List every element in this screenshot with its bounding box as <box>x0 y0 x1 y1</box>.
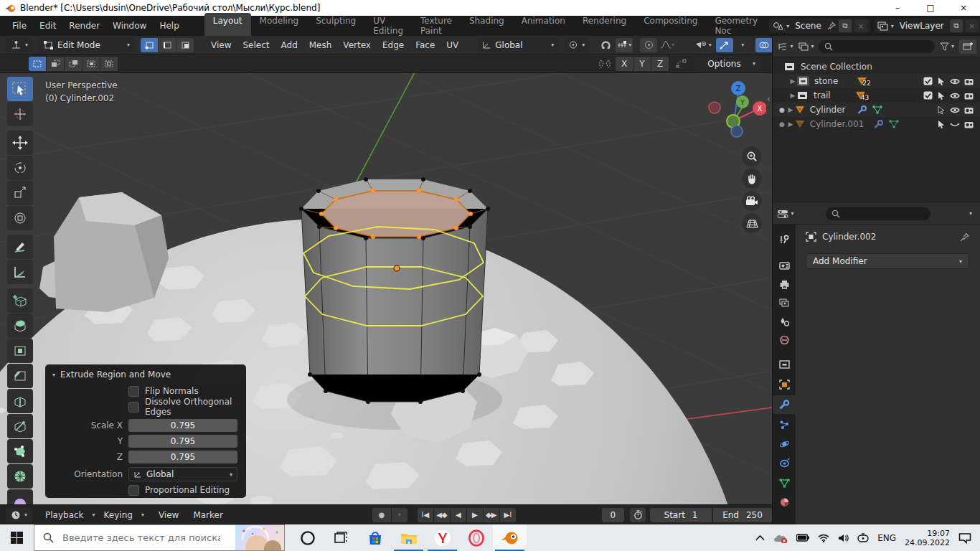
vertex-select-button[interactable] <box>141 38 158 52</box>
proportional-editing-button[interactable] <box>640 38 657 52</box>
tab-particles[interactable] <box>773 415 796 434</box>
tab-object-data[interactable] <box>773 474 796 492</box>
scene-name[interactable]: Scene <box>792 21 824 31</box>
frame-start-field[interactable]: Start1 <box>650 508 712 522</box>
face-select-button[interactable] <box>176 38 194 52</box>
checkbox-icon[interactable] <box>923 77 933 85</box>
expand-icon[interactable]: ▶ <box>786 121 795 128</box>
object-name[interactable]: Cylinder <box>810 105 846 115</box>
use-preview-range-button[interactable] <box>630 508 646 522</box>
tab-scene[interactable] <box>773 312 796 331</box>
tab-sculpting[interactable]: Sculpting <box>307 13 364 39</box>
tool-add-cube[interactable] <box>7 288 33 313</box>
wifi-icon[interactable] <box>818 534 829 542</box>
cortana-button[interactable] <box>291 524 324 551</box>
action-center-icon[interactable] <box>958 532 971 544</box>
timeline-editor-type[interactable]: ▾ <box>6 508 32 522</box>
select-invert-mode[interactable] <box>83 57 100 71</box>
mirror-z-button[interactable]: Z <box>651 57 669 71</box>
collection-name[interactable]: stone <box>814 76 838 86</box>
camera-view-button[interactable] <box>742 191 762 211</box>
outliner-row-cylinder-001[interactable]: ● ▶ Cylinder.001 <box>773 117 980 131</box>
properties-search-input[interactable] <box>826 207 930 220</box>
tool-bevel[interactable] <box>7 364 33 388</box>
tool-poly-build[interactable] <box>7 439 33 463</box>
gizmos-toggle[interactable] <box>716 38 733 52</box>
orthographic-toggle-button[interactable] <box>742 213 762 233</box>
tool-cursor[interactable] <box>7 102 33 126</box>
camera-render-icon[interactable] <box>964 121 974 128</box>
outliner-row-trail[interactable]: ▶ trail 43 <box>773 88 980 103</box>
current-frame-field[interactable]: 0 <box>602 508 624 522</box>
menu-view-timeline[interactable]: View <box>153 510 184 520</box>
menu-face[interactable]: Face <box>410 40 440 50</box>
eye-icon[interactable] <box>950 77 960 85</box>
scale-x-field[interactable]: 0.795 <box>128 419 237 432</box>
options-dropdown[interactable]: Options ▾ <box>694 57 760 71</box>
outliner-filter-button[interactable]: ▾ <box>938 39 956 54</box>
tab-uv-editing[interactable]: UV Editing <box>364 13 412 39</box>
tool-move[interactable] <box>7 131 33 155</box>
play-button[interactable]: ▶ <box>467 508 483 522</box>
search-highlights-image[interactable] <box>235 525 284 551</box>
speaker-icon[interactable] <box>838 534 849 542</box>
menu-edge[interactable]: Edge <box>377 40 410 50</box>
snap-settings-button[interactable]: ▾ <box>616 38 633 52</box>
checkbox-icon[interactable] <box>923 91 933 100</box>
taskbar-search-input[interactable] <box>61 532 222 544</box>
pivot-point-selector[interactable]: ▾ <box>563 38 590 52</box>
mirror-y-button[interactable]: Y <box>633 57 651 71</box>
tab-modifiers[interactable] <box>773 395 796 414</box>
scene-collection-label[interactable]: Scene Collection <box>801 62 872 72</box>
yandex-browser-button[interactable] <box>425 524 459 551</box>
select-subtract-mode[interactable] <box>65 57 82 71</box>
outliner-row-stone[interactable]: ▶ stone 22 <box>773 74 980 88</box>
overlays-toggle[interactable] <box>755 38 773 52</box>
tool-extrude-region[interactable] <box>7 314 33 338</box>
object-name[interactable]: Cylinder.001 <box>810 119 864 129</box>
outliner-search-input[interactable] <box>819 40 935 53</box>
operator-panel-header[interactable]: ▾ Extrude Region and Move <box>45 364 246 382</box>
menu-edit[interactable]: Edit <box>33 21 62 31</box>
play-reverse-button[interactable]: ◀ <box>451 508 466 522</box>
select-set-mode[interactable] <box>29 57 46 71</box>
outliner-filter-mode[interactable]: ▾ <box>798 39 815 54</box>
tray-expand-icon[interactable] <box>755 534 765 541</box>
proportional-editing-checkbox[interactable] <box>128 485 139 496</box>
new-scene-button[interactable]: ⧉ <box>839 19 852 32</box>
pin-icon[interactable] <box>827 22 836 30</box>
menu-window[interactable]: Window <box>106 21 153 31</box>
close-button[interactable]: × <box>947 0 980 16</box>
tab-material[interactable] <box>773 493 796 512</box>
start-button[interactable] <box>0 524 34 551</box>
menu-vertex[interactable]: Vertex <box>337 40 377 50</box>
tab-collection-props[interactable] <box>773 355 796 374</box>
tool-transform[interactable] <box>7 206 33 230</box>
properties-options-dropdown[interactable]: ▾ <box>969 210 972 217</box>
tab-output[interactable] <box>773 275 796 293</box>
expand-icon[interactable]: ▶ <box>786 106 795 113</box>
battery-icon[interactable] <box>796 534 809 542</box>
tool-loop-cut[interactable] <box>7 389 33 413</box>
selectable-icon[interactable] <box>937 120 946 128</box>
add-modifier-dropdown[interactable]: Add Modifier ▾ <box>806 253 969 269</box>
menu-help[interactable]: Help <box>153 21 185 31</box>
collection-name[interactable]: trail <box>814 90 831 100</box>
select-intersect-mode[interactable] <box>100 57 118 71</box>
selectable-icon[interactable] <box>937 77 946 85</box>
orientation-dropdown[interactable]: Global ▾ <box>128 467 237 481</box>
show-gizmo-dropdown[interactable]: ▾ <box>694 38 712 52</box>
menu-mesh[interactable]: Mesh <box>303 40 338 50</box>
maximize-button[interactable]: □ <box>914 0 947 16</box>
menu-file[interactable]: File <box>6 21 33 31</box>
camera-render-icon[interactable] <box>964 92 974 100</box>
tab-view-layer[interactable] <box>773 293 796 312</box>
tool-smooth[interactable] <box>7 489 33 504</box>
clock[interactable]: 19:07 24.09.2022 <box>905 529 950 547</box>
tab-constraints[interactable] <box>773 454 796 473</box>
editor-type-button[interactable]: ▾ <box>6 38 33 52</box>
gizmos-dropdown[interactable]: ▾ <box>734 38 751 52</box>
viewlayer-name[interactable]: ViewLayer <box>897 21 947 31</box>
language-indicator[interactable]: ENG <box>877 533 896 543</box>
sidebar-collapse-arrow[interactable]: ‹ <box>767 93 771 104</box>
